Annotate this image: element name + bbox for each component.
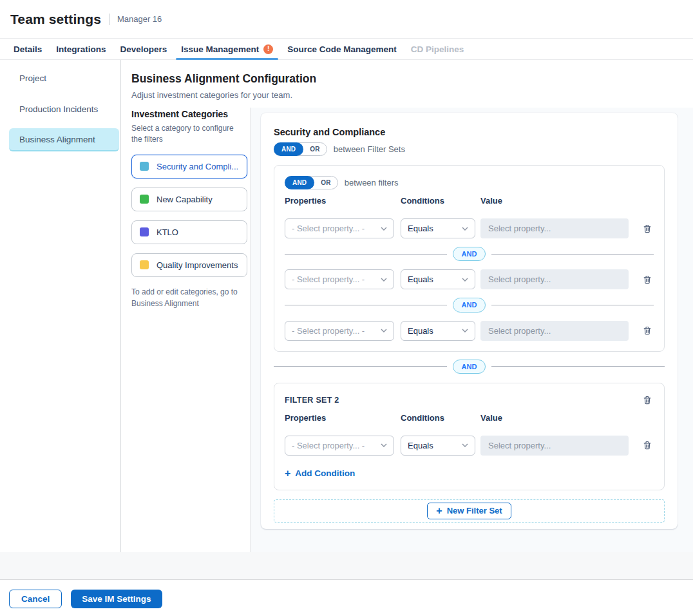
- plus-icon: +: [436, 506, 442, 516]
- delete-condition-button[interactable]: [641, 324, 654, 337]
- and-option[interactable]: AND: [274, 142, 303, 156]
- property-select-value: - Select property... -: [292, 441, 365, 450]
- condition-select[interactable]: Equals: [401, 436, 475, 456]
- property-select-value: - Select property... -: [292, 274, 365, 284]
- tab-label: Integrations: [56, 44, 106, 54]
- joiner-line: [491, 254, 654, 255]
- condition-select-value: Equals: [408, 224, 433, 233]
- trash-icon: [642, 325, 652, 336]
- and-or-toggle[interactable]: AND OR: [285, 176, 338, 189]
- or-option[interactable]: OR: [303, 146, 326, 153]
- properties-column-header: Properties: [285, 413, 401, 423]
- category-button-new-capability[interactable]: New Capability: [131, 188, 247, 211]
- new-filter-set-label: New Filter Set: [447, 506, 502, 515]
- category-button-quality-improvements[interactable]: Quality Improvements: [131, 253, 247, 277]
- category-button-security-and-compliance[interactable]: Security and Compli...: [131, 155, 247, 178]
- tab-label: Source Code Management: [287, 44, 397, 54]
- row-joiner: AND: [285, 298, 654, 312]
- value-input: [480, 436, 629, 456]
- chevron-down-icon: [381, 278, 387, 282]
- between-filter-sets-label: between Filter Sets: [334, 144, 405, 154]
- or-option[interactable]: OR: [314, 179, 337, 186]
- condition-select-value: Equals: [408, 274, 433, 284]
- tab-issue-management[interactable]: Issue Management !: [174, 39, 280, 59]
- add-condition-label: Add Condition: [295, 468, 355, 478]
- chevron-down-icon: [381, 329, 387, 332]
- cancel-button[interactable]: Cancel: [9, 590, 62, 608]
- sidebar-item-project[interactable]: Project: [9, 66, 119, 90]
- filter-sets-operator-row: AND OR between Filter Sets: [274, 142, 665, 156]
- joiner-line: [491, 305, 654, 305]
- section-header: Business Alignment Configuration Adjust …: [121, 60, 693, 108]
- section-title: Business Alignment Configuration: [131, 72, 683, 86]
- investment-categories-panel: Investment Categories Select a category …: [121, 108, 251, 552]
- joiner-line: [285, 254, 447, 255]
- sidebar-item-production-incidents[interactable]: Production Incidents: [9, 97, 119, 120]
- filter-columns-header: Properties Conditions Value: [285, 196, 654, 206]
- alert-badge-icon: !: [263, 44, 273, 54]
- save-im-settings-button[interactable]: Save IM Settings: [71, 590, 162, 608]
- tab-integrations[interactable]: Integrations: [49, 39, 113, 59]
- add-condition-button[interactable]: + Add Condition: [285, 468, 355, 479]
- condition-select[interactable]: Equals: [401, 269, 475, 289]
- category-config-card: Security and Compliance AND OR between F…: [261, 113, 678, 529]
- and-joiner-pill: AND: [453, 247, 486, 261]
- property-select[interactable]: - Select property... -: [285, 269, 394, 289]
- tab-cd-pipelines: CD Pipelines: [404, 39, 471, 59]
- page-title: Team settings: [10, 12, 101, 27]
- trash-icon: [642, 395, 652, 405]
- new-filter-set-zone: + New Filter Set: [274, 499, 665, 523]
- property-select[interactable]: - Select property... -: [285, 436, 394, 456]
- sidebar-item-business-alignment[interactable]: Business Alignment: [9, 128, 119, 151]
- filters-operator-row: AND OR between filters: [285, 176, 654, 189]
- and-option[interactable]: AND: [285, 176, 314, 189]
- tab-details[interactable]: Details: [6, 39, 49, 59]
- tab-label: Issue Management: [181, 44, 259, 54]
- value-column-header: Value: [480, 196, 502, 206]
- and-joiner-pill: AND: [453, 298, 486, 312]
- category-color-swatch: [140, 260, 149, 269]
- category-color-swatch: [140, 162, 149, 171]
- delete-condition-button[interactable]: [641, 439, 654, 452]
- filter-set-joiner: AND: [274, 360, 665, 374]
- and-or-toggle[interactable]: AND OR: [274, 142, 327, 156]
- condition-select-value: Equals: [408, 441, 433, 450]
- delete-condition-button[interactable]: [641, 222, 654, 235]
- delete-condition-button[interactable]: [641, 273, 654, 286]
- main-area: Project Production Incidents Business Al…: [0, 60, 693, 552]
- property-select-value: - Select property... -: [292, 224, 365, 233]
- filter-row: - Select property... - Equals: [285, 218, 654, 238]
- trash-icon: [642, 224, 652, 234]
- section-subtitle: Adjust investment categories for your te…: [131, 90, 683, 100]
- chevron-down-icon: [462, 227, 468, 231]
- conditions-column-header: Conditions: [401, 413, 480, 423]
- condition-select[interactable]: Equals: [401, 321, 475, 341]
- filter-columns-header: Properties Conditions Value: [285, 413, 654, 423]
- value-input: [480, 269, 629, 289]
- chevron-down-icon: [381, 443, 387, 447]
- filter-set-1: AND OR between filters Properties Condit…: [274, 165, 665, 352]
- value-column-header: Value: [480, 413, 502, 423]
- content-area: Business Alignment Configuration Adjust …: [121, 60, 693, 552]
- chevron-down-icon: [462, 329, 468, 332]
- settings-sidebar: Project Production Incidents Business Al…: [0, 60, 121, 552]
- delete-filter-set-button[interactable]: [641, 394, 654, 407]
- team-settings-page: Team settings Manager 16 Details Integra…: [0, 0, 693, 616]
- filter-set-2: FILTER SET 2 Properties Conditions Value: [274, 383, 665, 490]
- categories-footnote: To add or edit categories, go to Busines…: [131, 286, 244, 309]
- trash-icon: [642, 274, 652, 285]
- tab-source-code-management[interactable]: Source Code Management: [280, 39, 404, 59]
- tab-label: Details: [14, 44, 42, 54]
- filter-config-area: Security and Compliance AND OR between F…: [251, 108, 693, 552]
- tab-developers[interactable]: Developers: [113, 39, 175, 59]
- property-select[interactable]: - Select property... -: [285, 218, 394, 238]
- between-filters-label: between filters: [345, 178, 399, 188]
- joiner-line: [274, 366, 447, 367]
- category-label: Security and Compli...: [157, 162, 238, 171]
- condition-select[interactable]: Equals: [401, 218, 475, 238]
- filter-row: - Select property... - Equals: [285, 436, 654, 456]
- new-filter-set-button[interactable]: + New Filter Set: [427, 503, 511, 519]
- category-button-ktlo[interactable]: KTLO: [131, 220, 247, 244]
- chevron-down-icon: [381, 227, 387, 231]
- property-select[interactable]: - Select property... -: [285, 321, 394, 341]
